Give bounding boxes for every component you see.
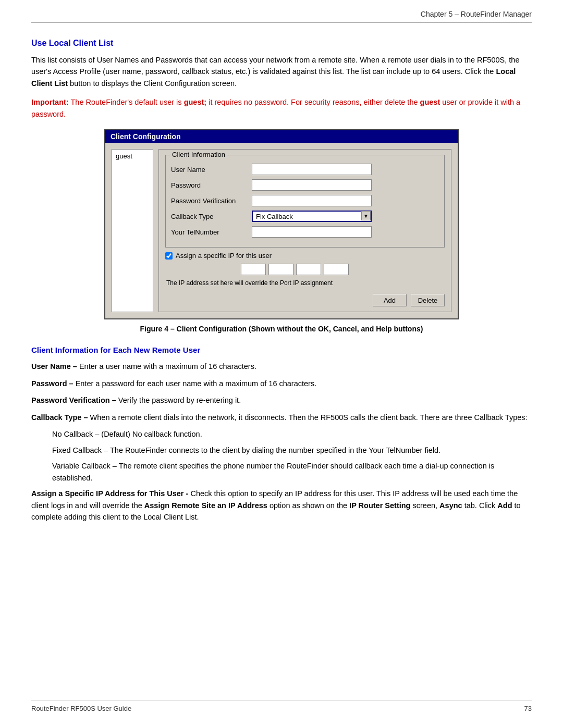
section1-body: This list consists of User Names and Pas… — [31, 54, 532, 89]
page-header: Chapter 5 – RouteFinder Manager — [31, 0, 532, 23]
section2-heading: Client Information for Each New Remote U… — [31, 346, 532, 354]
footer-page-number: 73 — [524, 705, 532, 712]
password-desc: Password – Enter a password for each use… — [31, 378, 532, 389]
client-config-box: Client Configuration guest Client Inform… — [104, 129, 459, 319]
client-list-item[interactable]: guest — [114, 152, 151, 161]
assign-ip-checkbox[interactable] — [165, 252, 173, 260]
important-note: Important: The RouteFinder's default use… — [31, 96, 532, 120]
client-config-wrapper: Client Configuration guest Client Inform… — [104, 129, 459, 319]
client-config-header: Client Configuration — [105, 130, 458, 143]
callback-type-label: Callback Type — [171, 213, 247, 220]
callback-type-row: Callback Type Fix Callback No Callback V… — [171, 211, 439, 222]
fixed-callback-desc: Fixed Callback – The RouteFinder connect… — [52, 445, 532, 456]
figure-caption: Figure 4 – Client Configuration (Shown w… — [31, 325, 532, 333]
ip-octet4[interactable] — [324, 264, 349, 275]
add-button[interactable]: Add — [373, 294, 407, 306]
page-footer: RouteFinder RF500S User Guide 73 — [31, 700, 532, 712]
password-row: Password — [171, 179, 439, 191]
ip-octet2[interactable] — [268, 264, 293, 275]
password-verify-input[interactable] — [252, 195, 372, 206]
assign-ip-label: Assign a specific IP for this user — [176, 252, 272, 260]
ip-note: The IP address set here will override th… — [166, 279, 445, 287]
callback-type-select-wrapper: Fix Callback No Callback Variable Callba… — [252, 211, 372, 222]
ip-octet1[interactable] — [241, 264, 266, 275]
client-info-panel: Client Information User Name Password — [158, 149, 451, 312]
delete-button[interactable]: Delete — [411, 294, 445, 306]
telnumber-row: Your TelNumber — [171, 226, 439, 238]
variable-callback-desc: Variable Callback – The remote client sp… — [52, 460, 532, 484]
ip-octet3[interactable] — [296, 264, 321, 275]
username-input[interactable] — [252, 164, 372, 175]
client-list-panel: guest — [112, 149, 153, 312]
password-label: Password — [171, 181, 247, 189]
password-verify-desc: Password Verification – Verify the passw… — [31, 394, 532, 406]
password-verify-row: Password Verification — [171, 195, 439, 206]
ip-fields-row — [241, 264, 445, 275]
no-callback-desc: No Callback – (Default) No callback func… — [52, 428, 532, 440]
footer-left: RouteFinder RF500S User Guide — [31, 705, 131, 712]
buttons-row: Add Delete — [165, 294, 445, 306]
assign-ip-checkbox-row: Assign a specific IP for this user — [165, 252, 445, 260]
username-label: User Name — [171, 166, 247, 174]
username-desc: User Name – Enter a user name with a max… — [31, 361, 532, 372]
section1-heading: Use Local Client List — [31, 39, 532, 48]
username-row: User Name — [171, 164, 439, 175]
callback-type-desc: Callback Type – When a remote client dia… — [31, 412, 532, 423]
telnumber-label: Your TelNumber — [171, 228, 247, 236]
password-verify-label: Password Verification — [171, 197, 247, 205]
password-input[interactable] — [252, 179, 372, 191]
telnumber-input[interactable] — [252, 226, 372, 238]
chapter-title: Chapter 5 – RouteFinder Manager — [421, 10, 532, 18]
fieldset-legend: Client Information — [170, 151, 227, 158]
client-config-body: guest Client Information User Name Passw — [105, 143, 458, 318]
assign-ip-desc: Assign a Specific IP Address for This Us… — [31, 488, 532, 523]
callback-type-select[interactable]: Fix Callback No Callback Variable Callba… — [252, 211, 372, 222]
